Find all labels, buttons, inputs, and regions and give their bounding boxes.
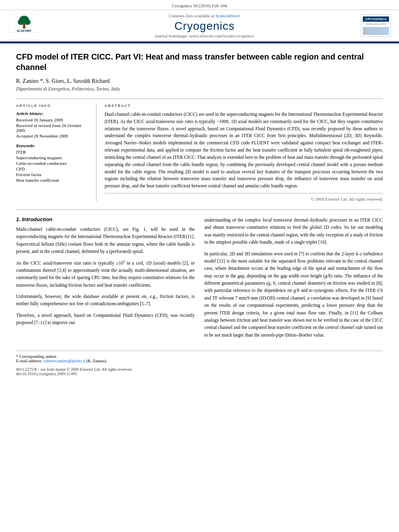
email-address: roberto.zanino@polito.it — [43, 359, 85, 363]
doi-line: doi:10.1016/j.cryogenics.2009.11.005 — [16, 372, 383, 376]
keyword-4: Friction factor — [16, 172, 88, 177]
abstract-heading: ABSTRACT — [105, 104, 383, 108]
journal-title: Cryogenics — [48, 20, 361, 33]
elsevier-logo: ELSEVIER — [8, 14, 40, 38]
body-para-right-0: understanding of the complex local trans… — [204, 216, 383, 246]
journal-homepage: journal homepage: www.elsevier.com/locat… — [48, 33, 361, 38]
article-info-heading: ARTICLE INFO — [16, 104, 88, 108]
accepted-date: Accepted 28 November 2009 — [16, 134, 88, 138]
cryogenics-logo-box: CRYOGENICS ISSN: 0011-2275 — [361, 14, 391, 37]
keyword-1: Superconducting magnets — [16, 155, 88, 160]
history-label: Article history: — [16, 111, 88, 116]
keyword-0: ITER — [16, 150, 88, 154]
page-wrapper: Cryogenics 50 (2010) 158–166 ELSEVIER Co… — [0, 0, 399, 532]
body-right-column: understanding of the complex local trans… — [204, 216, 383, 343]
abstract-section: ABSTRACT Dual-channel cable-in-conduit c… — [105, 104, 383, 201]
footer-ids: 0011-2275/$ – see front matter © 2009 El… — [16, 367, 383, 376]
body-section: 1. Introduction Multi-channel cable-in-c… — [16, 210, 383, 343]
volume-info: Cryogenics 50 (2010) 158–166 — [172, 3, 227, 8]
main-content: CFD model of ITER CICC. Part VI: Heat an… — [0, 43, 399, 384]
received-revised-date: Received in revised form 26 October 2009 — [16, 123, 88, 133]
cryogenics-box-title: CRYOGENICS — [365, 17, 387, 21]
email-line: E-mail address: roberto.zanino@polito.it… — [16, 359, 383, 363]
journal-center: Contents lists available at ScienceDirec… — [48, 13, 361, 38]
abstract-text: Dual-channel cable-in-conduit conductors… — [105, 111, 383, 190]
email-label: E-mail address: — [16, 359, 43, 363]
info-abstract-section: ARTICLE INFO Article history: Received 1… — [16, 99, 383, 201]
received-date: Received 16 January 2009 — [16, 117, 88, 122]
volume-info-bar: Cryogenics 50 (2010) 158–166 — [0, 0, 399, 10]
body-para-1: As the CICC axial/transverse size ratio … — [16, 259, 195, 289]
footnote-area: * Corresponding author. E-mail address: … — [16, 351, 383, 376]
contents-label: Contents lists available at — [169, 13, 214, 18]
keywords-section: Keywords: ITER Superconducting magnets C… — [16, 143, 88, 183]
affiliation: Dipartimento di Energetica, Politecnico,… — [16, 86, 383, 92]
issn-line: 0011-2275/$ – see front matter © 2009 El… — [16, 367, 383, 372]
body-columns: 1. Introduction Multi-channel cable-in-c… — [16, 216, 383, 343]
body-para-right-1: In particular, 2D and 3D simulations wer… — [204, 250, 383, 339]
sciencedirect-line: Contents lists available at ScienceDirec… — [48, 13, 361, 18]
article-info-column: ARTICLE INFO Article history: Received 1… — [16, 104, 97, 201]
keyword-2: Cable-in-conduit conductors — [16, 161, 88, 166]
body-para-0: Multi-channel cable-in-conduit conductor… — [16, 226, 195, 255]
keywords-label: Keywords: — [16, 143, 88, 148]
corresponding-author-label: * Corresponding author. — [16, 354, 383, 359]
body-para-2: Unfortunately, however, the wide databas… — [16, 293, 195, 308]
copyright-line: © 2009 Elsevier Ltd. All rights reserved… — [105, 193, 383, 201]
keyword-5: Heat transfer coefficient — [16, 178, 88, 183]
article-title: CFD model of ITER CICC. Part VI: Heat an… — [16, 51, 383, 72]
section1-heading: 1. Introduction — [16, 216, 195, 222]
email-person: (R. Zanino). — [86, 359, 107, 363]
keyword-3: CFD — [16, 166, 88, 171]
sciencedirect-link[interactable]: ScienceDirect — [215, 13, 240, 18]
journal-banner: ELSEVIER Contents lists available at Sci… — [0, 10, 399, 42]
body-left-column: 1. Introduction Multi-channel cable-in-c… — [16, 216, 195, 343]
svg-text:ELSEVIER: ELSEVIER — [17, 29, 31, 32]
authors: R. Zanino *, S. Giors, L. Savoldi Richar… — [16, 78, 383, 84]
svg-rect-4 — [23, 24, 25, 29]
body-para-3: Therefore, a novel approach, based on Co… — [16, 312, 195, 327]
